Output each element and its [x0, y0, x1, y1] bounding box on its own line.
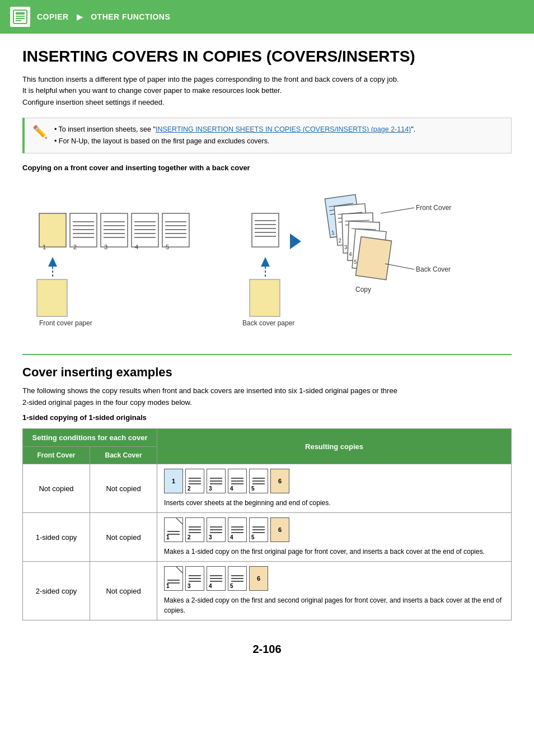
mini-page-3c: 3: [185, 566, 204, 591]
section-title: Cover inserting examples: [22, 365, 512, 380]
row3-mini-pages: 1 3: [164, 566, 504, 591]
svg-rect-12: [101, 213, 128, 247]
section-desc-1: The following shows the copy results whe…: [22, 385, 512, 409]
mini-page-1b: 1: [164, 517, 183, 542]
svg-marker-49: [290, 234, 301, 249]
mini-page-6c: 6: [249, 566, 268, 591]
row2-result: 1 2: [157, 513, 512, 562]
mini-page-5c: 5: [228, 566, 247, 591]
svg-text:1: 1: [43, 244, 46, 250]
table-row: Not copied Not copied 1: [23, 464, 512, 513]
note-box: ✏️ • To insert insertion sheets, see "IN…: [22, 118, 512, 154]
breadcrumb-arrow: ▶: [77, 12, 83, 21]
mini-page-4c: 4: [207, 566, 226, 591]
mini-page-4b: 4: [228, 517, 247, 542]
note-icon: ✏️: [32, 125, 48, 139]
main-diagram: 1 2 3 4 5 Front cover paper: [22, 180, 512, 338]
row1-back: Not copied: [90, 464, 157, 513]
mini-page-5b: 5: [249, 517, 268, 542]
mini-page-1a: 1: [164, 469, 183, 493]
svg-rect-69: [355, 237, 391, 280]
svg-text:Front cover paper: Front cover paper: [39, 319, 92, 327]
svg-text:4: 4: [135, 244, 138, 250]
table-row: 1-sided copy Not copied 1: [23, 513, 512, 562]
svg-rect-18: [132, 213, 158, 247]
svg-text:Back cover paper: Back cover paper: [242, 319, 294, 327]
svg-text:Copy: Copy: [355, 286, 371, 293]
mini-page-2a: 2: [185, 469, 204, 493]
diagram-label: Copying on a front cover and inserting t…: [22, 164, 512, 172]
table-row: 2-sided copy Not copied 1: [23, 562, 512, 620]
row2-mini-pages: 1 2: [164, 517, 504, 542]
svg-rect-4: [16, 20, 21, 21]
row2-back: Not copied: [90, 513, 157, 562]
svg-marker-36: [48, 257, 57, 267]
page-title: INSERTING COVERS IN COPIES (COVERS/INSER…: [22, 47, 512, 66]
main-content: INSERTING COVERS IN COPIES (COVERS/INSER…: [0, 34, 534, 678]
diagram-svg: 1 2 3 4 5 Front cover paper: [22, 180, 504, 337]
svg-marker-46: [261, 257, 270, 267]
breadcrumb-copier: COPIER: [37, 12, 69, 21]
mini-page-1c: 1: [164, 566, 183, 591]
th-result: Resulting copies: [157, 429, 512, 464]
svg-rect-6: [70, 213, 97, 247]
note-link[interactable]: INSERTING INSERTION SHEETS IN COPIES (CO…: [156, 125, 411, 133]
row1-mini-pages: 1 2: [164, 469, 504, 493]
svg-rect-2: [16, 16, 25, 17]
mini-page-6a: 6: [270, 469, 289, 493]
svg-rect-24: [162, 213, 189, 247]
row3-result: 1 3: [157, 562, 512, 620]
intro-line-3: Configure insertion sheet settings if ne…: [22, 98, 165, 106]
header: COPIER ▶ OTHER FUNCTIONS: [0, 0, 534, 34]
row1-desc: Inserts cover sheets at the beginning an…: [164, 498, 504, 508]
note-line-2: • For N-Up, the layout is based on the f…: [54, 136, 415, 147]
svg-rect-47: [250, 279, 280, 316]
breadcrumb-other-functions: OTHER FUNCTIONS: [91, 12, 170, 21]
svg-text:5: 5: [166, 244, 169, 250]
intro-line-1: This function inserts a different type o…: [22, 75, 399, 83]
th-front-cover: Front Cover: [23, 447, 90, 464]
header-icon: [9, 6, 31, 28]
note-content: • To insert insertion sheets, see "INSER…: [54, 124, 415, 148]
row2-desc: Makes a 1-sided copy on the first origin…: [164, 547, 504, 557]
row3-front: 2-sided copy: [23, 562, 90, 620]
row2-front: 1-sided copy: [23, 513, 90, 562]
intro-paragraph: This function inserts a different type o…: [22, 74, 512, 109]
svg-text:Front Cover: Front Cover: [416, 204, 451, 212]
note-line-1: • To insert insertion sheets, see "INSER…: [54, 124, 415, 136]
svg-line-72: [385, 264, 414, 269]
th-setting: Setting conditions for each cover: [23, 429, 157, 447]
svg-text:3: 3: [104, 244, 107, 250]
subsection-title: 1-sided copying of 1-sided originals: [22, 413, 512, 422]
svg-text:4: 4: [349, 251, 352, 258]
cover-table: Setting conditions for each cover Result…: [22, 428, 512, 620]
mini-page-3a: 3: [207, 469, 226, 493]
mini-page-5a: 5: [249, 469, 268, 493]
mini-page-6b: 6: [270, 517, 289, 542]
svg-rect-1: [16, 12, 25, 15]
svg-rect-3: [16, 18, 25, 19]
row3-back: Not copied: [90, 562, 157, 620]
mini-page-2b: 2: [185, 517, 204, 542]
th-back-cover: Back Cover: [90, 447, 157, 464]
svg-rect-5: [39, 213, 66, 247]
row1-result: 1 2: [157, 464, 512, 513]
svg-text:2: 2: [73, 244, 77, 250]
svg-rect-37: [37, 279, 67, 316]
row1-front: Not copied: [23, 464, 90, 513]
svg-line-70: [381, 208, 414, 213]
svg-text:Back Cover: Back Cover: [416, 265, 451, 273]
mini-page-4a: 4: [228, 469, 247, 493]
mini-page-3b: 3: [207, 517, 226, 542]
intro-line-2: It is helpful when you want to change co…: [22, 86, 282, 95]
row3-desc: Makes a 2-sided copy on the first and se…: [164, 595, 504, 615]
page-footer: 2-106: [22, 637, 512, 656]
section-divider: [22, 354, 512, 355]
svg-rect-39: [252, 213, 279, 247]
svg-text:3: 3: [344, 244, 348, 250]
